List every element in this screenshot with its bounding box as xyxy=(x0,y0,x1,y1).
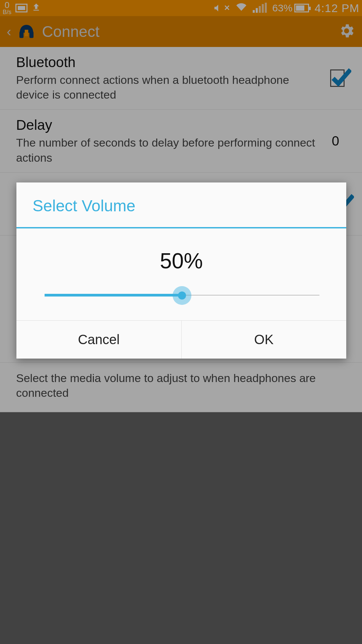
cancel-button[interactable]: Cancel xyxy=(16,321,182,359)
dialog-title: Select Volume xyxy=(16,182,346,228)
ok-button[interactable]: OK xyxy=(182,321,347,359)
volume-slider[interactable] xyxy=(30,285,333,306)
select-volume-dialog: Select Volume 50% Cancel OK xyxy=(16,182,346,359)
volume-percent-label: 50% xyxy=(30,249,333,273)
slider-thumb[interactable] xyxy=(178,291,186,300)
slider-fill xyxy=(45,294,183,297)
